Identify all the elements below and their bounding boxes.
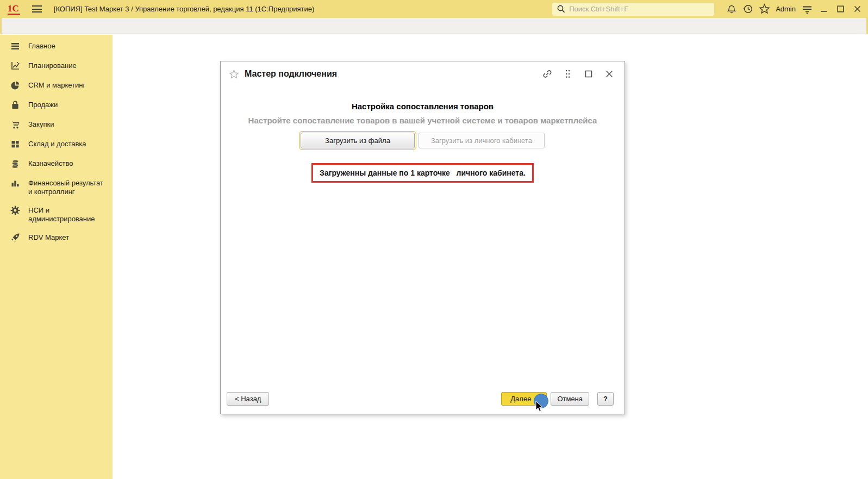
1c-logo-icon[interactable]: 1С: [8, 4, 20, 15]
sidebar-item-planning[interactable]: Планирование: [0, 56, 113, 76]
logo-text: 1С: [8, 4, 20, 15]
sidebar-item-label: CRM и маркетинг: [28, 80, 85, 90]
wizard-heading: Настройка сопоставления товаров: [221, 102, 625, 111]
sidebar-item-admin[interactable]: НСИ и администрирование: [0, 201, 113, 228]
sidebar-item-label: Планирование: [28, 60, 77, 70]
toolbar-strip: [0, 18, 868, 34]
dialog-title: Мастер подключения: [245, 69, 337, 79]
favorites-star-icon[interactable]: [756, 2, 772, 17]
sidebar-item-sales[interactable]: Продажи: [0, 95, 113, 115]
shopping-cart-icon: [10, 119, 21, 130]
load-from-file-button[interactable]: Загрузить из файла: [301, 133, 415, 148]
sidebar-item-label: Продажи: [28, 99, 58, 109]
mouse-cursor-icon: [535, 401, 544, 413]
sections-sidebar: Главное Планирование CRM и маркетинг: [0, 35, 113, 479]
shopping-bag-icon: [10, 99, 21, 110]
sidebar-item-rdv-market[interactable]: RDV Маркет: [0, 228, 113, 247]
main-menu-icon[interactable]: [32, 5, 42, 13]
search-icon: [557, 4, 566, 14]
sidebar-item-label: Казначейство: [28, 158, 73, 168]
gear-icon: [10, 205, 21, 216]
cancel-button[interactable]: Отмена: [551, 392, 589, 406]
sidebar-item-purchases[interactable]: Закупки: [0, 115, 113, 134]
titlebar: 1С [КОПИЯ] Test Маркет 3 / Управление то…: [0, 0, 868, 18]
more-menu-icon[interactable]: [561, 67, 575, 81]
user-menu[interactable]: Admin: [776, 5, 796, 13]
pie-chart-icon: [10, 80, 21, 91]
sidebar-item-main[interactable]: Главное: [0, 36, 113, 56]
sidebar-item-label: Склад и доставка: [28, 139, 86, 148]
coins-icon: [10, 158, 21, 169]
service-menu-icon[interactable]: [799, 2, 815, 17]
help-button[interactable]: ?: [597, 392, 614, 406]
sidebar-item-label: НСИ и администрирование: [28, 205, 108, 223]
sidebar-item-label: Закупки: [28, 119, 54, 129]
global-search[interactable]: [552, 3, 714, 16]
favorite-star-icon[interactable]: [229, 69, 239, 79]
connection-wizard-dialog: Мастер подключения Настройка сопоставлен…: [220, 61, 625, 414]
maximize-button[interactable]: [832, 2, 849, 17]
load-from-cabinet-button[interactable]: Загрузить из личного кабинета: [419, 133, 545, 148]
close-dialog-icon[interactable]: [602, 67, 616, 81]
history-icon[interactable]: [740, 2, 756, 17]
search-input[interactable]: [569, 5, 710, 13]
dialog-header: Мастер подключения: [221, 61, 625, 86]
rocket-icon: [10, 232, 21, 243]
get-link-icon[interactable]: [540, 67, 554, 81]
sidebar-item-warehouse[interactable]: Склад и доставка: [0, 134, 113, 154]
sidebar-item-crm[interactable]: CRM и маркетинг: [0, 76, 113, 95]
planning-chart-icon: [10, 60, 21, 71]
bar-chart-icon: [10, 178, 21, 189]
sidebar-item-label: Главное: [28, 41, 55, 51]
back-button[interactable]: < Назад: [227, 392, 269, 406]
warehouse-grid-icon: [10, 139, 21, 150]
maximize-dialog-icon[interactable]: [582, 67, 596, 81]
notifications-bell-icon[interactable]: [723, 2, 740, 17]
app-title: [КОПИЯ] Test Маркет 3 / Управление торго…: [54, 5, 315, 13]
load-buttons-row: Загрузить из файла Загрузить из личного …: [221, 133, 625, 148]
menu-lines-icon: [10, 41, 21, 52]
minimize-button[interactable]: [815, 2, 832, 17]
sidebar-item-label: Финансовый результат и контроллинг: [28, 178, 108, 196]
dialog-footer: < Назад Далее Отмена ?: [227, 392, 614, 406]
sidebar-item-finance[interactable]: Финансовый результат и контроллинг: [0, 173, 113, 201]
sidebar-item-treasury[interactable]: Казначейство: [0, 154, 113, 173]
wizard-subtitle: Настройте сопоставление товаров в вашей …: [221, 116, 625, 125]
status-message: Загруженны данные по 1 карточке личного …: [311, 163, 534, 183]
close-button[interactable]: [849, 2, 866, 17]
sidebar-item-label: RDV Маркет: [28, 232, 69, 242]
